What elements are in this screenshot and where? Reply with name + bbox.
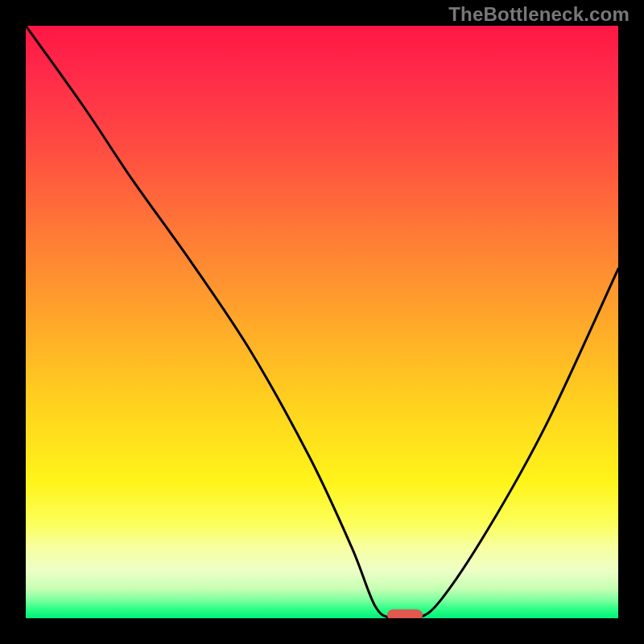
plot-area — [26, 26, 618, 618]
optimal-marker — [387, 609, 423, 618]
watermark-text: TheBottleneck.com — [448, 3, 630, 26]
bottleneck-curve — [26, 26, 618, 618]
chart-container: TheBottleneck.com — [0, 0, 644, 644]
curve-path — [26, 26, 618, 618]
